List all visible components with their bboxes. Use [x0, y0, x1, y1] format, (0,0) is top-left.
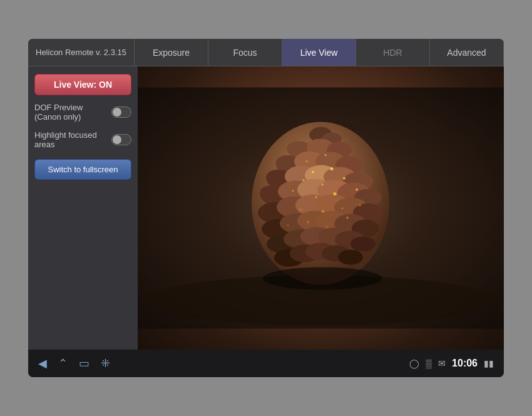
svg-point-57 — [299, 209, 302, 211]
svg-point-47 — [330, 167, 334, 170]
svg-point-51 — [315, 196, 317, 199]
dof-preview-label: DOF Preview (Canon only) — [34, 103, 111, 122]
svg-point-48 — [321, 184, 324, 186]
dof-preview-row: DOF Preview (Canon only) — [34, 101, 131, 123]
svg-point-59 — [342, 207, 344, 209]
svg-point-46 — [312, 171, 314, 174]
recents-icon[interactable]: ▭ — [79, 356, 90, 370]
mail-icon: ✉ — [438, 358, 446, 368]
svg-point-65 — [263, 268, 382, 290]
svg-point-63 — [327, 226, 329, 227]
svg-point-52 — [334, 192, 337, 195]
tab-focus[interactable]: Focus — [208, 39, 282, 66]
svg-point-60 — [359, 204, 361, 207]
left-panel: Live View: ON DOF Preview (Canon only) H… — [28, 66, 138, 350]
svg-point-61 — [287, 224, 289, 226]
tab-advanced[interactable]: Advanced — [430, 39, 504, 66]
grid-icon[interactable]: ⁜ — [101, 356, 110, 370]
svg-point-55 — [325, 154, 327, 156]
svg-point-50 — [343, 177, 345, 180]
back-icon[interactable]: ◀ — [38, 356, 47, 370]
app-title: Helicon Remote v. 2.3.15 — [28, 39, 135, 66]
highlight-focused-toggle[interactable] — [111, 134, 131, 145]
tab-bar: Helicon Remote v. 2.3.15 Exposure Focus … — [28, 39, 504, 66]
app-title-text: Helicon Remote v. 2.3.15 — [36, 48, 126, 57]
svg-point-40 — [350, 237, 376, 252]
home-icon[interactable]: ⌃ — [58, 356, 68, 370]
highlight-focused-row: Highlight focused areas — [34, 129, 131, 150]
system-bar: ◀ ⌃ ▭ ⁜ ◯ ▒ ✉ 10:06 ▮▮ — [28, 350, 504, 377]
system-time: 10:06 — [452, 358, 478, 369]
highlight-focused-label: Highlight focused areas — [34, 130, 111, 149]
fullscreen-button[interactable]: Switch to fullscreen — [34, 159, 131, 180]
dof-preview-toggle[interactable] — [111, 107, 131, 118]
camera-status-icon: ◯ — [409, 358, 419, 368]
device-frame: Helicon Remote v. 2.3.15 Exposure Focus … — [28, 39, 504, 377]
camera-preview — [138, 66, 504, 350]
pine-cone-svg — [138, 66, 504, 350]
svg-point-49 — [303, 179, 305, 181]
signal-icon: ▒ — [426, 358, 432, 368]
main-content: Live View: ON DOF Preview (Canon only) H… — [28, 66, 504, 350]
tab-hdr[interactable]: HDR — [356, 39, 430, 66]
svg-point-45 — [338, 250, 363, 265]
svg-point-53 — [292, 190, 294, 192]
tab-exposure[interactable]: Exposure — [135, 39, 208, 66]
system-navigation: ◀ ⌃ ▭ ⁜ — [38, 356, 110, 370]
live-view-button[interactable]: Live View: ON — [34, 74, 131, 95]
battery-icon: ▮▮ — [484, 358, 494, 368]
tab-liveview[interactable]: Live View — [282, 39, 356, 66]
system-status: ◯ ▒ ✉ 10:06 ▮▮ — [409, 358, 494, 369]
svg-point-56 — [305, 160, 308, 163]
svg-point-54 — [356, 189, 358, 191]
svg-point-62 — [307, 221, 309, 224]
live-view-image — [138, 66, 504, 350]
svg-point-58 — [322, 211, 324, 213]
svg-point-64 — [346, 217, 349, 219]
